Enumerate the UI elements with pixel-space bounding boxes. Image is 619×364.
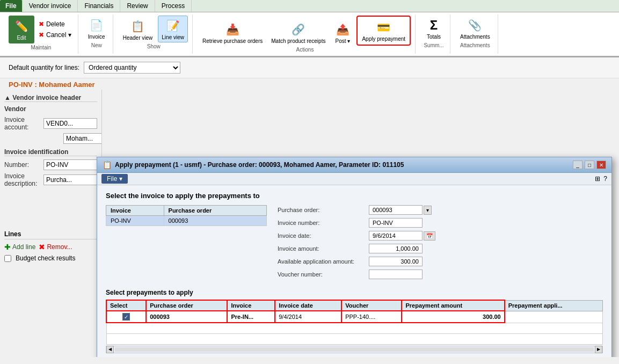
tab-file[interactable]: File — [0, 0, 23, 12]
header-view-icon: 📋 — [129, 18, 146, 35]
prepayment-date-cell: 9/4/2014 — [275, 311, 341, 323]
purchase-order-label: Purchase order: — [278, 207, 369, 213]
select-checkbox[interactable]: ✓ — [122, 313, 130, 321]
col-prepayment-applied: Prepayment appli... — [505, 300, 603, 311]
modal-maximize-button[interactable]: □ — [585, 161, 594, 169]
vendor-name-row: Moham... — [4, 133, 97, 144]
prepayment-po-cell: 000093 — [146, 311, 227, 323]
invoice-account-row: Invoice account: VEND0... — [4, 116, 97, 131]
prepayments-section: Select prepayments to apply Select Purch… — [106, 289, 603, 357]
remove-line-icon: ✖ — [39, 243, 45, 251]
apply-prepayment-ribbon-button[interactable]: 💳 Apply prepayment — [359, 18, 409, 43]
available-amount-input[interactable] — [369, 257, 423, 266]
invoice-date-calendar-button[interactable]: 📅 — [424, 231, 435, 241]
invoice-date-input[interactable] — [369, 231, 423, 241]
match-receipts-icon: 🔗 — [290, 21, 307, 38]
modal-controls: _ □ ✕ — [573, 161, 606, 169]
header-view-button[interactable]: 📋 Header view — [120, 17, 156, 42]
apply-prepayment-modal: 📋 Apply prepayment (1 - usmf) - Purchase… — [97, 157, 612, 357]
lines-section: Lines ✚ Add line ✖ Remov... Budget check… — [4, 230, 97, 262]
match-receipts-button[interactable]: 🔗 Match product receipts — [268, 20, 329, 46]
table-scrollbar[interactable]: ◀ ▶ — [106, 346, 603, 353]
ribbon-group-maintain: ✏️ Edit ✖ Delete ✖ Cancel ▾ Maintain — [4, 14, 78, 54]
voucher-number-input[interactable] — [369, 270, 423, 279]
modal-file-button[interactable]: File ▾ — [101, 174, 128, 184]
modal-minimize-button[interactable]: _ — [573, 161, 582, 169]
description-value: Purcha... — [43, 174, 97, 185]
ribbon-group-show: 📋 Header view 📝 Line view Show — [115, 14, 193, 54]
vendor-label: Vendor — [4, 105, 97, 113]
summary-label: Summ... — [424, 42, 443, 48]
empty-row-1 — [106, 323, 603, 333]
col-prepayment-date: Invoice date — [275, 300, 341, 311]
default-qty-label: Default quantity for lines: — [9, 64, 79, 71]
tab-vendor-invoice[interactable]: Vendor invoice — [23, 0, 78, 12]
po-inv-header: PO-INV : Mohamed Aamer — [0, 78, 619, 91]
post-icon: 📤 — [334, 21, 351, 38]
number-value: PO-INV — [43, 159, 97, 170]
invoice-account-value: VEND0... — [43, 118, 97, 129]
line-view-button[interactable]: 📝 Line view — [158, 16, 188, 42]
modal-title: Apply prepayment (1 - usmf) - Purchase o… — [115, 161, 404, 169]
invoice-button[interactable]: 📄 Invoice — [85, 16, 108, 41]
scroll-track[interactable] — [115, 347, 594, 352]
scroll-left-button[interactable]: ◀ — [106, 346, 114, 353]
default-qty-select[interactable]: Ordered quantity Product receipt quantit… — [84, 62, 180, 74]
scroll-right-button[interactable]: ▶ — [595, 346, 602, 353]
prepayment-amount-cell: 300.00 — [402, 311, 504, 323]
available-amount-label: Available application amount: — [278, 258, 369, 265]
description-row: Invoice description: Purcha... — [4, 172, 97, 187]
attachments-button[interactable]: 📎 Attachments — [457, 16, 493, 41]
col-purchase-order: Purchase order — [164, 206, 266, 216]
ribbon-group-attachments: 📎 Attachments Attachments — [453, 14, 498, 54]
invoice-detail-form: Purchase order: ▾ Invoice number: Invoic… — [278, 205, 603, 282]
invoice-number-input[interactable] — [369, 218, 423, 228]
new-label: New — [91, 42, 102, 48]
add-line-button[interactable]: ✚ Add line — [4, 243, 35, 251]
cancel-button[interactable]: ✖ Cancel ▾ — [37, 30, 74, 40]
modal-help-icon[interactable]: ? — [603, 175, 607, 183]
purchase-order-cell: 000093 — [164, 216, 266, 226]
edit-button[interactable]: ✏️ Edit — [9, 16, 34, 43]
vendor-invoice-header-title: ▲ Vendor invoice header — [4, 94, 97, 102]
voucher-number-label: Voucher number: — [278, 271, 369, 278]
invoice-amount-input[interactable] — [369, 244, 423, 253]
post-button[interactable]: 📤 Post ▾ — [331, 20, 354, 46]
delete-button[interactable]: ✖ Delete — [37, 19, 74, 29]
default-qty-bar: Default quantity for lines: Ordered quan… — [0, 57, 619, 78]
invoice-date-label: Invoice date: — [278, 232, 369, 239]
table-row[interactable]: PO-INV 000093 — [106, 216, 267, 226]
invoice-cell: PO-INV — [106, 216, 164, 226]
modal-body: Select the invoice to apply the prepayme… — [97, 185, 611, 357]
maintain-label: Maintain — [31, 45, 51, 50]
ribbon-tab-bar: File Vendor invoice Financials Review Pr… — [0, 0, 619, 12]
apply-prepayment-icon: 💳 — [375, 19, 392, 36]
vendor-name-value: Moham... — [63, 133, 102, 144]
tab-financials[interactable]: Financials — [78, 0, 120, 12]
purchase-order-dropdown-button[interactable]: ▾ — [424, 206, 432, 215]
add-line-icon: ✚ — [4, 243, 11, 251]
invoice-date-row: Invoice date: 📅 — [278, 231, 603, 241]
tab-review[interactable]: Review — [120, 0, 155, 12]
prepayment-voucher-cell: PPP-140.... — [341, 311, 402, 323]
invoice-amount-label: Invoice amount: — [278, 245, 369, 252]
show-label: Show — [147, 43, 161, 49]
modal-titlebar: 📋 Apply prepayment (1 - usmf) - Purchase… — [97, 157, 611, 173]
totals-button[interactable]: Σ Totals — [422, 16, 446, 41]
select-invoice-title: Select the invoice to apply the prepayme… — [106, 192, 603, 200]
attachments-label: Attachments — [460, 42, 490, 48]
lines-title: Lines — [4, 230, 97, 239]
invoice-select-table: Invoice Purchase order PO-INV 000093 — [106, 205, 267, 277]
totals-icon: Σ — [425, 17, 442, 34]
modal-close-button[interactable]: ✕ — [596, 161, 606, 169]
tab-process[interactable]: Process — [155, 0, 192, 12]
col-prepayment-amount: Prepayment amount — [402, 300, 504, 311]
prepayment-row[interactable]: ✓ 000093 Pre-IN... 9/4/2014 PPP-140.... … — [106, 311, 603, 323]
budget-check-checkbox[interactable] — [4, 255, 11, 262]
remove-line-button[interactable]: ✖ Remov... — [39, 243, 72, 251]
retrieve-po-button[interactable]: 📥 Retrieve purchase orders — [199, 20, 266, 46]
invoice-icon: 📄 — [88, 17, 105, 34]
modal-view-icon[interactable]: ⊞ — [595, 175, 600, 183]
select-cell[interactable]: ✓ — [106, 311, 146, 323]
purchase-order-input[interactable] — [369, 205, 423, 215]
